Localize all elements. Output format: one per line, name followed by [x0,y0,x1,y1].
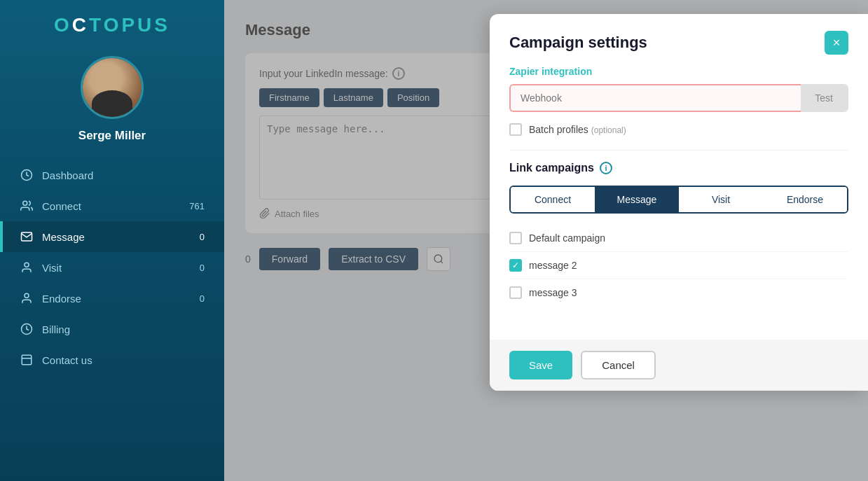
campaign-item-message3: message 3 [509,279,848,306]
sidebar-item-endorse[interactable]: Endorse 0 [0,283,224,314]
save-button[interactable]: Save [509,351,572,379]
logo-c: C [72,14,89,36]
avatar [81,56,144,119]
avatar-image [83,58,142,117]
campaign-list: Default campaign message 2 message 3 [509,225,848,306]
campaign-item-message2: message 2 [509,252,848,279]
sidebar-label-message: Message [42,231,85,243]
modal-body: Zapier integration Test Batch profiles (… [490,66,868,340]
link-campaigns-label: Link campaigns [509,162,594,174]
divider [509,150,848,151]
webhook-row: Test [509,84,848,112]
campaign-item-default: Default campaign [509,225,848,252]
logo-text: O [54,14,72,36]
connect-badge: 761 [189,201,205,211]
user-name: Serge Miller [78,129,146,143]
sidebar-label-dashboard: Dashboard [42,169,93,181]
visit-badge: 0 [191,263,205,273]
sidebar-label-endorse: Endorse [42,293,81,305]
sidebar-item-visit[interactable]: Visit 0 [0,252,224,283]
modal-title: Campaign settings [509,34,647,52]
sidebar-nav: Dashboard Connect 761 Message 0 [0,160,224,375]
sidebar-label-visit: Visit [42,262,62,274]
billing-icon [20,322,34,336]
sidebar-item-dashboard[interactable]: Dashboard [0,160,224,190]
message-icon [20,230,34,244]
dashboard-icon [20,168,34,182]
campaign-settings-modal: Campaign settings × Zapier integration T… [490,14,868,391]
modal-footer: Save Cancel [490,340,868,391]
campaign-message3-checkbox[interactable] [509,286,522,299]
sidebar: OCTOPUS Serge Miller Dashboard Connect 7… [0,0,224,481]
sidebar-label-connect: Connect [42,200,81,212]
svg-point-2 [25,263,29,267]
test-button[interactable]: Test [801,84,848,112]
logo: OCTOPUS [54,14,170,36]
campaign-default-label: Default campaign [529,232,605,244]
tab-visit[interactable]: Visit [679,187,763,212]
sidebar-item-connect[interactable]: Connect 761 [0,190,224,221]
sidebar-item-billing[interactable]: Billing [0,314,224,344]
svg-rect-5 [22,355,32,365]
visit-icon [20,260,34,274]
modal-close-button[interactable]: × [825,31,848,55]
cancel-button[interactable]: Cancel [581,351,656,379]
message-badge: 0 [191,232,205,242]
main-content: Message Input your LinkedIn message: i F… [224,0,868,481]
endorse-badge: 0 [191,293,205,304]
sidebar-label-contact: Contact us [42,354,92,366]
link-campaigns-info-icon[interactable]: i [600,162,612,174]
batch-profiles-row: Batch profiles (optional) [509,123,848,136]
sidebar-label-billing: Billing [42,323,70,335]
batch-profiles-checkbox[interactable] [509,123,522,136]
modal-header: Campaign settings × [490,14,868,66]
zapier-label: Zapier integration [509,66,848,77]
active-indicator [0,221,3,252]
tab-message[interactable]: Message [595,187,679,212]
batch-profiles-label: Batch profiles (optional) [529,124,626,135]
campaign-default-checkbox[interactable] [509,232,522,244]
campaign-tabs: Connect Message Visit Endorse [509,186,848,214]
svg-point-1 [23,201,27,205]
link-campaigns-row: Link campaigns i [509,162,848,174]
webhook-input[interactable] [509,84,801,112]
logo-rest: TOPUS [89,14,170,36]
contact-icon [20,353,34,367]
svg-point-3 [25,293,29,298]
tab-endorse[interactable]: Endorse [763,187,847,212]
sidebar-item-message[interactable]: Message 0 [0,221,224,252]
campaign-message2-label: message 2 [529,260,577,271]
tab-connect[interactable]: Connect [511,187,595,212]
campaign-message2-checkbox[interactable] [509,259,522,272]
sidebar-item-contact[interactable]: Contact us [0,344,224,375]
endorse-icon [20,291,34,305]
campaign-message3-label: message 3 [529,287,577,298]
connect-icon [20,199,34,213]
